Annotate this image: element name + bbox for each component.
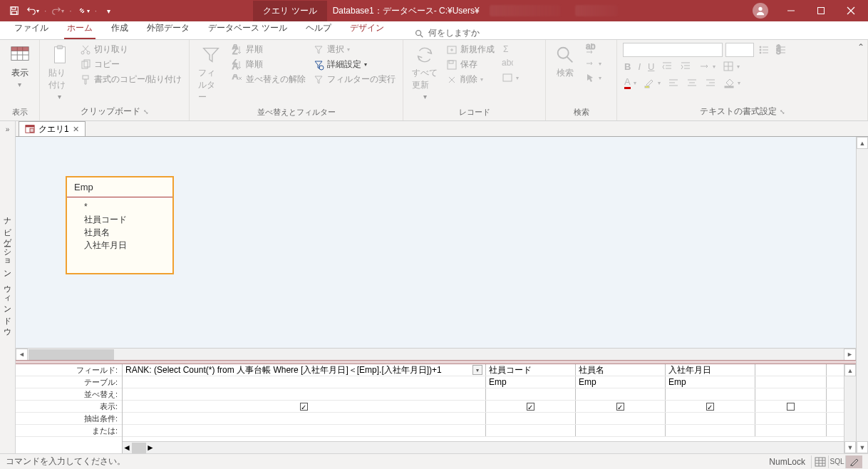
tab-create[interactable]: 作成 xyxy=(108,19,131,39)
show-cell[interactable] xyxy=(666,401,755,412)
grid-vscrollbar[interactable]: ▲ ▼ xyxy=(844,364,856,453)
cell-dropdown-icon[interactable]: ▾ xyxy=(472,365,482,375)
scroll-left-icon[interactable]: ◄ xyxy=(16,349,28,361)
qat-customize-icon[interactable]: ▾ xyxy=(100,2,117,19)
new-record-button[interactable]: 新規作成 xyxy=(445,43,496,56)
show-checkbox[interactable] xyxy=(300,403,308,411)
indent-decrease-button[interactable] xyxy=(660,60,674,73)
highlight-button[interactable]: ▾ xyxy=(642,76,662,90)
font-family-select[interactable] xyxy=(623,43,723,57)
design-view-button[interactable] xyxy=(845,455,862,468)
font-size-select[interactable] xyxy=(725,43,754,57)
find-button[interactable]: 検索 xyxy=(552,43,579,81)
tab-home[interactable]: ホーム xyxy=(64,19,95,39)
criteria-cell[interactable] xyxy=(123,413,486,424)
filter-button[interactable]: フィルター xyxy=(195,43,226,105)
field-cell[interactable]: 社員コード xyxy=(486,364,576,376)
table-field-list[interactable]: Emp * 社員コード 社員名 入社年月日 xyxy=(66,176,174,274)
table-cell[interactable]: Emp xyxy=(486,376,576,388)
field-item[interactable]: 社員コード xyxy=(84,213,165,226)
show-checkbox[interactable] xyxy=(706,403,714,411)
grid-hscrollbar[interactable]: ◄ ► xyxy=(123,441,844,453)
save-icon[interactable] xyxy=(6,2,23,19)
advanced-filter-button[interactable]: 詳細設定 ▾ xyxy=(311,58,397,71)
copy-button[interactable]: コピー xyxy=(78,58,183,71)
scroll-up-icon[interactable]: ▲ xyxy=(844,364,856,376)
show-checkbox[interactable] xyxy=(616,403,624,411)
format-launcher-icon[interactable]: ⤡ xyxy=(780,108,785,115)
table-cell[interactable]: Emp xyxy=(576,376,666,388)
spelling-button[interactable]: abc xyxy=(500,57,520,70)
replace-button[interactable]: ab xyxy=(583,43,603,56)
link-icon[interactable]: ▾ xyxy=(75,2,92,19)
or-cell[interactable] xyxy=(666,425,755,436)
outer-vscrollbar[interactable]: ▲ ▼ xyxy=(856,137,868,453)
tab-close-icon[interactable]: ✕ xyxy=(73,125,79,134)
scroll-left-icon[interactable]: ◄ xyxy=(123,443,131,453)
fill-color-button[interactable]: ▾ xyxy=(722,76,742,90)
field-cell[interactable]: 社員名 xyxy=(576,364,666,376)
show-checkbox[interactable] xyxy=(787,403,795,411)
field-item[interactable]: 社員名 xyxy=(84,226,165,239)
document-tab[interactable]: クエリ1 ✕ xyxy=(19,121,86,136)
show-cell[interactable] xyxy=(755,401,827,412)
save-record-button[interactable]: 保存 xyxy=(445,58,496,71)
undo-icon[interactable]: ▾ xyxy=(24,2,41,19)
sort-cell[interactable] xyxy=(576,388,666,400)
or-cell[interactable] xyxy=(486,425,576,436)
or-cell[interactable] xyxy=(123,425,486,436)
totals-button[interactable]: Σ xyxy=(500,43,520,56)
selection-filter-button[interactable]: 選択 ▾ xyxy=(311,43,397,56)
field-cell[interactable]: 入社年月日 xyxy=(666,364,755,376)
scroll-right-icon[interactable]: ► xyxy=(844,349,856,361)
goto-button[interactable]: ▾ xyxy=(583,57,603,70)
format-painter-button[interactable]: 書式のコピー/貼り付け xyxy=(78,73,183,86)
criteria-cell[interactable] xyxy=(666,413,755,424)
gridlines-button[interactable]: ▾ xyxy=(721,60,741,73)
clear-sort-button[interactable]: A並べ替えの解除 xyxy=(230,73,307,86)
user-avatar[interactable] xyxy=(753,3,768,19)
table-cell[interactable] xyxy=(755,376,827,388)
cut-button[interactable]: 切り取り xyxy=(78,43,183,56)
bold-button[interactable]: B xyxy=(623,60,632,73)
refresh-all-button[interactable]: すべて 更新 ▾ xyxy=(409,43,440,102)
more-button[interactable]: ▾ xyxy=(500,71,520,84)
scroll-up-icon[interactable]: ▲ xyxy=(857,137,868,149)
criteria-cell[interactable] xyxy=(755,413,827,424)
underline-button[interactable]: U xyxy=(646,60,656,73)
view-button[interactable]: 表示 ▾ xyxy=(6,43,33,90)
sort-cell[interactable] xyxy=(666,388,755,400)
tab-external-data[interactable]: 外部データ xyxy=(144,19,192,39)
show-checkbox[interactable] xyxy=(527,403,534,411)
align-center-button[interactable] xyxy=(685,76,699,90)
query-design-upper-pane[interactable]: Emp * 社員コード 社員名 入社年月日 ◄ xyxy=(16,137,856,360)
sort-asc-button[interactable]: AZ昇順 xyxy=(230,43,307,56)
table-cell[interactable]: Emp xyxy=(666,376,755,388)
close-button[interactable] xyxy=(837,0,865,21)
bullets-button[interactable] xyxy=(757,43,771,57)
tab-database-tools[interactable]: データベース ツール xyxy=(205,19,290,39)
paste-button[interactable]: 貼り付け ▾ xyxy=(46,43,74,102)
show-cell[interactable] xyxy=(486,401,576,412)
tab-help[interactable]: ヘルプ xyxy=(303,19,334,39)
sql-view-button[interactable]: SQL xyxy=(828,455,845,468)
criteria-cell[interactable] xyxy=(486,413,576,424)
show-cell[interactable] xyxy=(123,401,486,412)
font-color-button[interactable]: A▾ xyxy=(623,76,638,90)
redo-icon[interactable]: ▾ xyxy=(49,2,66,19)
upper-hscrollbar[interactable]: ◄ ► xyxy=(16,348,856,360)
sort-cell[interactable] xyxy=(486,388,576,400)
field-item[interactable]: * xyxy=(84,200,165,213)
criteria-cell[interactable] xyxy=(576,413,666,424)
toggle-filter-button[interactable]: フィルターの実行 xyxy=(311,73,397,86)
delete-record-button[interactable]: 削除 ▾ xyxy=(445,73,496,86)
tab-file[interactable]: ファイル xyxy=(11,19,51,39)
sort-desc-button[interactable]: ZA降順 xyxy=(230,58,307,71)
select-button[interactable]: ▾ xyxy=(583,71,603,84)
ltr-button[interactable]: ▾ xyxy=(697,60,717,73)
scroll-down-icon[interactable]: ▼ xyxy=(857,441,868,453)
maximize-button[interactable] xyxy=(807,0,835,21)
table-cell[interactable] xyxy=(123,376,486,388)
tell-me-search[interactable]: 何をしますか xyxy=(414,27,480,39)
scroll-thumb[interactable] xyxy=(132,443,146,453)
